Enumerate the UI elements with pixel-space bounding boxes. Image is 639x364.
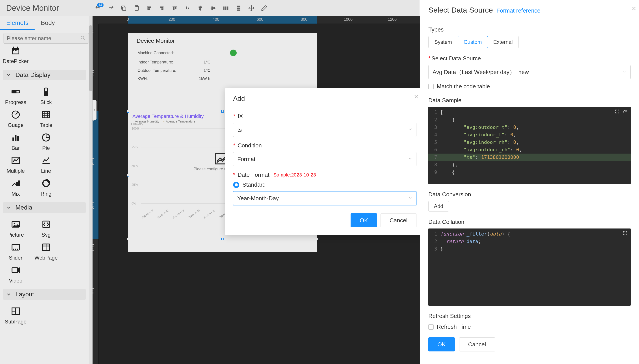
align-right-button[interactable] — [159, 5, 165, 12]
right-panel: ✕ Select Data Source Format reference Ty… — [420, 0, 639, 364]
radio-standard[interactable]: Standard — [233, 181, 416, 188]
elitem-label: Mix — [12, 191, 20, 197]
elitem-multiple[interactable]: Multiple — [0, 152, 31, 174]
table-icon — [41, 110, 51, 120]
elitem-bar[interactable]: Bar — [0, 130, 31, 151]
refresh-time-checkbox[interactable]: Refresh Time — [428, 324, 631, 330]
close-icon[interactable]: ✕ — [414, 94, 419, 100]
type-custom[interactable]: Custom — [458, 36, 488, 48]
type-system[interactable]: System — [428, 36, 458, 48]
radio-dot-icon — [233, 182, 239, 188]
svg-rect-10 — [173, 7, 174, 10]
elitem-svg[interactable]: Svg — [31, 216, 61, 238]
align-left-button[interactable] — [146, 5, 152, 12]
elitem-label: Multiple — [6, 168, 25, 174]
element-search-input[interactable] — [4, 33, 89, 44]
panel-cancel-button[interactable]: Cancel — [459, 337, 495, 352]
align-top-button[interactable] — [172, 5, 178, 12]
undo-button[interactable]: 14 — [95, 5, 101, 12]
webpage-icon — [41, 242, 51, 252]
paste-button[interactable] — [133, 5, 140, 12]
elitem-guage[interactable]: Guage — [0, 107, 31, 128]
svg-rect-35 — [16, 50, 18, 51]
svg-rect-11 — [175, 7, 176, 9]
panel-ok-button[interactable]: OK — [428, 337, 455, 352]
conversion-add-button[interactable]: Add — [428, 201, 449, 212]
svg-rect-26 — [237, 10, 240, 10]
elitem-label: Svg — [42, 232, 50, 238]
svg-rect-22 — [226, 6, 226, 10]
left-scrollbar[interactable] — [89, 16, 92, 364]
elitem-line[interactable]: Line — [31, 152, 61, 174]
copy-button[interactable] — [120, 5, 127, 12]
edit-button[interactable] — [261, 5, 268, 12]
data-sample-code[interactable]: 1[2 {3 "avg:outdoor_t": 0,4 "avg:indoor_… — [428, 107, 631, 184]
svg-rect-19 — [212, 6, 213, 10]
svg-rect-17 — [199, 8, 202, 10]
elitem-label: Ring — [40, 191, 51, 197]
dialog-cancel-button[interactable]: Cancel — [380, 213, 416, 228]
elitem-label: Video — [9, 278, 22, 284]
guage-icon — [11, 110, 20, 120]
svg-rect-30 — [13, 47, 14, 48]
elitem-pie[interactable]: Pie — [31, 130, 61, 151]
collapse-left-button[interactable] — [92, 100, 96, 120]
svg-rect-7 — [160, 6, 163, 8]
dialog-title: Add — [225, 88, 424, 106]
left-tabs: Elemets Body — [0, 16, 92, 30]
elitem-video[interactable]: Video — [0, 262, 31, 284]
svg-rect-21 — [224, 6, 224, 10]
match-code-checkbox[interactable]: Match the code table — [428, 83, 631, 90]
redo-button[interactable] — [108, 5, 114, 12]
condition-select[interactable]: Format — [233, 152, 416, 166]
group-media[interactable]: Media — [3, 202, 86, 213]
elitem-picture[interactable]: Picture — [0, 216, 31, 238]
elitem-webpage[interactable]: WebPage — [31, 239, 61, 261]
svg-point-27 — [81, 36, 84, 39]
elitem-slider[interactable]: Slider — [0, 239, 31, 261]
svg-rect-4 — [148, 6, 151, 8]
svg-icon — [41, 220, 51, 229]
elitem-ring[interactable]: Ring — [31, 176, 61, 197]
elitem-subpage[interactable]: SubPage — [0, 303, 31, 325]
group-label: Layout — [16, 291, 34, 298]
move-button[interactable] — [248, 5, 255, 12]
fullscreen-icon[interactable] — [615, 109, 620, 115]
svg-rect-16 — [199, 6, 202, 8]
elitem-mix[interactable]: Mix — [0, 176, 31, 197]
close-icon[interactable]: ✕ — [632, 5, 636, 12]
svg-rect-48 — [18, 181, 20, 186]
dateformat-select[interactable]: Year-Month-Day — [233, 191, 416, 205]
elitem-table[interactable]: Table — [31, 107, 61, 128]
elitem-datepicker[interactable]: DatePicker — [0, 44, 31, 64]
datasource-select[interactable]: Avg Data（Last Week/per day）_new — [428, 65, 631, 79]
format-reference-link[interactable]: Format reference — [496, 7, 540, 14]
elitem-stick[interactable]: Stick — [31, 84, 61, 105]
align-bottom-button[interactable] — [184, 5, 191, 12]
data-collation-code[interactable]: 1function _filter(data) {2 return data;3… — [428, 228, 631, 306]
svg-rect-6 — [164, 6, 164, 10]
refresh-icon[interactable] — [623, 109, 628, 115]
elitem-label: WebPage — [34, 255, 58, 261]
tab-body[interactable]: Body — [34, 16, 61, 30]
dist-v-button[interactable] — [235, 5, 242, 12]
dist-h-button[interactable] — [222, 5, 229, 12]
tab-elements[interactable]: Elemets — [0, 16, 34, 30]
fullscreen-icon[interactable] — [623, 231, 628, 237]
dialog-ok-button[interactable]: OK — [350, 213, 377, 228]
align-hcenter-button[interactable] — [197, 5, 204, 12]
undo-badge: 14 — [97, 3, 104, 7]
type-external[interactable]: External — [488, 36, 518, 48]
svg-rect-44 — [17, 136, 19, 141]
ix-select[interactable]: ts — [233, 123, 416, 137]
group-data-display[interactable]: Data Display — [3, 70, 86, 80]
elitem-progress[interactable]: Progress — [0, 84, 31, 105]
group-layout[interactable]: Layout — [3, 289, 86, 300]
checkbox-icon — [428, 84, 434, 89]
align-vcenter-button[interactable] — [210, 5, 216, 12]
search-icon — [80, 35, 86, 42]
svg-rect-0 — [122, 7, 126, 10]
elitem-label: SubPage — [5, 318, 27, 325]
elitem-label: Pie — [42, 145, 50, 151]
row-label: Outdoor Temperature: — [138, 68, 184, 73]
